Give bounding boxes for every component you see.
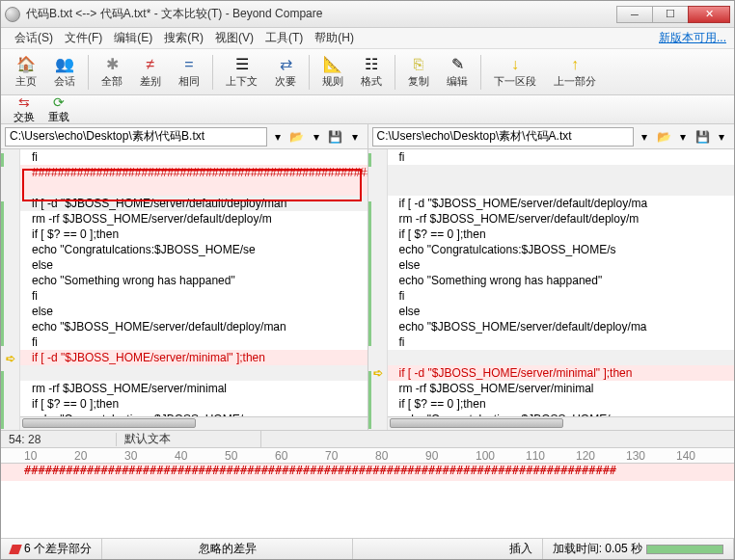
code-line[interactable]: else: [20, 304, 368, 319]
secondary-toolbar: ⇆交换 ⟳重载: [1, 95, 734, 124]
diff-button[interactable]: ≠差别: [131, 53, 170, 92]
code-line[interactable]: [388, 350, 735, 365]
code-line[interactable]: if [ -d "$JBOSS_HOME/server/minimal" ];t…: [388, 365, 735, 381]
menu-file[interactable]: 文件(F): [59, 28, 108, 48]
code-line[interactable]: rm -rf $JBOSS_HOME/server/default/deploy…: [388, 211, 735, 227]
title-bar: 代码B.txt <--> 代码A.txt* - 文本比较(T) - Beyond…: [1, 1, 734, 28]
syntax-mode[interactable]: 默认文本: [117, 431, 261, 447]
home-button[interactable]: 🏠主页: [7, 53, 45, 92]
right-open-folder-icon[interactable]: 📂: [655, 127, 672, 147]
menu-view[interactable]: 视图(V): [209, 28, 259, 48]
left-h-scrollbar[interactable]: [20, 416, 368, 430]
menu-session[interactable]: 会话(S): [9, 28, 59, 48]
minor-button[interactable]: ⇄次要: [266, 53, 305, 92]
swap-button[interactable]: ⇆交换: [7, 93, 41, 125]
reload-button[interactable]: ⟳重载: [41, 93, 76, 125]
code-line[interactable]: if [ $? == 0 ];then: [388, 227, 735, 242]
maximize-button[interactable]: ☐: [652, 6, 689, 23]
load-time: 加载时间: 0.05 秒: [543, 539, 734, 559]
left-open-dropdown-icon[interactable]: ▾: [308, 127, 325, 147]
code-line[interactable]: if [ $? == 0 ];then: [388, 396, 735, 412]
menu-bar: 会话(S) 文件(F) 编辑(E) 搜索(R) 视图(V) 工具(T) 帮助(H…: [1, 28, 734, 49]
right-save-dropdown-icon[interactable]: ▾: [713, 127, 730, 147]
code-line[interactable]: fi: [388, 149, 735, 165]
code-line[interactable]: else: [388, 304, 735, 319]
format-button[interactable]: ☷格式: [352, 53, 391, 92]
left-save-dropdown-icon[interactable]: ▾: [346, 127, 364, 147]
code-line[interactable]: fi: [388, 288, 735, 304]
window-title: 代码B.txt <--> 代码A.txt* - 文本比较(T) - Beyond…: [26, 6, 617, 22]
code-line[interactable]: echo "Congratulcations:$JBOSS_HOME/s: [388, 242, 735, 257]
code-line[interactable]: echo "Something wrong has happaned": [388, 273, 735, 288]
app-icon: [5, 7, 20, 22]
progress-bar-icon: [646, 545, 723, 554]
current-diff-marker-icon: ➪: [371, 366, 385, 380]
code-line[interactable]: rm -rf $JBOSS_HOME/server/minimal: [20, 381, 368, 396]
session-button[interactable]: 👥会话: [45, 53, 84, 92]
code-line[interactable]: rm -rf $JBOSS_HOME/server/minimal: [388, 381, 735, 396]
right-save-icon[interactable]: 💾: [694, 127, 711, 147]
copy-button[interactable]: ⎘复制: [399, 53, 438, 92]
right-gutter: ➪: [368, 149, 388, 430]
code-line[interactable]: [388, 165, 735, 180]
left-open-folder-icon[interactable]: 📂: [288, 127, 306, 147]
code-line[interactable]: if [ -d "$JBOSS_HOME/server/default/depl…: [388, 196, 735, 211]
code-line[interactable]: rm -rf $JBOSS_HOME/server/default/deploy…: [20, 211, 368, 227]
next-section-button[interactable]: ↓下一区段: [485, 53, 545, 92]
code-line[interactable]: fi: [388, 334, 735, 350]
code-line[interactable]: fi: [20, 149, 368, 165]
minimize-button[interactable]: ─: [616, 6, 653, 23]
code-line[interactable]: if [ $? == 0 ];then: [20, 227, 368, 242]
right-h-scrollbar[interactable]: [388, 416, 735, 430]
code-line[interactable]: echo "$JBOSS_HOME/server/default/deploy/…: [388, 319, 735, 334]
cursor-position: 54: 28: [1, 433, 117, 446]
merge-preview-line: ########################################…: [1, 464, 734, 481]
right-path-input[interactable]: [372, 127, 635, 147]
new-version-link[interactable]: 新版本可用...: [659, 30, 726, 46]
mid-status-bar: 54: 28 默认文本: [1, 431, 734, 448]
diff-count: 6 个差异部分: [1, 539, 102, 559]
prev-part-button[interactable]: ↑上一部分: [545, 53, 605, 92]
code-line[interactable]: if [ $? == 0 ];then: [20, 396, 368, 412]
compare-area: ➪ fi####################################…: [1, 149, 734, 431]
ignored-diffs: 忽略的差异: [102, 539, 353, 559]
left-path-input[interactable]: [5, 127, 267, 147]
all-button[interactable]: ✱全部: [93, 53, 131, 92]
menu-search[interactable]: 搜索(R): [158, 28, 209, 48]
menu-help[interactable]: 帮助(H): [309, 28, 360, 48]
left-save-icon[interactable]: 💾: [327, 127, 344, 147]
code-line[interactable]: [388, 180, 735, 196]
rules-button[interactable]: 📐规则: [313, 53, 352, 92]
menu-edit[interactable]: 编辑(E): [108, 28, 158, 48]
left-path-dropdown-icon[interactable]: ▾: [269, 127, 286, 147]
left-gutter: ➪: [1, 149, 20, 430]
right-pane[interactable]: ➪ fiif [ -d "$JBOSS_HOME/server/default/…: [368, 149, 735, 430]
code-line[interactable]: else: [388, 257, 735, 273]
code-line[interactable]: if [ -d "$JBOSS_HOME/server/minimal" ];t…: [20, 350, 368, 365]
right-path-dropdown-icon[interactable]: ▾: [636, 127, 653, 147]
code-line[interactable]: fi: [20, 288, 368, 304]
path-bar: ▾ 📂 ▾ 💾 ▾ ▾ 📂 ▾ 💾 ▾: [1, 124, 734, 149]
code-line[interactable]: else: [20, 257, 368, 273]
window-buttons: ─ ☐ ✕: [617, 6, 730, 23]
context-button[interactable]: ☰上下文: [217, 53, 266, 92]
code-line[interactable]: echo "Congratulcations:$JBOSS_HOME/se: [20, 242, 368, 257]
menu-tools[interactable]: 工具(T): [259, 28, 309, 48]
code-line[interactable]: [20, 365, 368, 381]
edit-button[interactable]: ✎编辑: [438, 53, 476, 92]
status-bar: 6 个差异部分 忽略的差异 插入 加载时间: 0.05 秒: [1, 538, 734, 559]
main-toolbar: 🏠主页 👥会话 ✱全部 ≠差别 =相同 ☰上下文 ⇄次要 📐规则 ☷格式 ⎘复制…: [1, 49, 734, 95]
right-open-dropdown-icon[interactable]: ▾: [674, 127, 692, 147]
code-line[interactable]: echo "Something wrong has happaned": [20, 273, 368, 288]
code-line[interactable]: echo "$JBOSS_HOME/server/default/deploy/…: [20, 319, 368, 334]
current-diff-marker-icon: ➪: [4, 352, 17, 365]
column-ruler: 102030405060708090100110120130140: [1, 448, 734, 464]
same-button[interactable]: =相同: [170, 53, 208, 92]
code-line[interactable]: fi: [20, 334, 368, 350]
left-pane[interactable]: ➪ fi####################################…: [1, 149, 368, 430]
insert-mode: 插入: [500, 539, 543, 559]
highlight-box: [22, 169, 362, 201]
close-button[interactable]: ✕: [688, 6, 730, 23]
